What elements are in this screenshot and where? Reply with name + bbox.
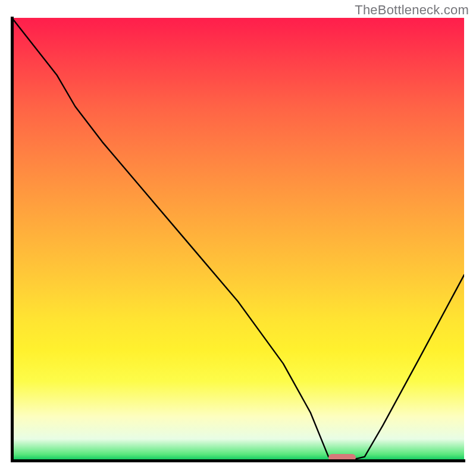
watermark-text: TheBottleneck.com [355,2,469,18]
optimal-marker [328,454,356,461]
gradient-plot-area [12,18,464,461]
chart-frame: TheBottleneck.com [0,0,476,476]
